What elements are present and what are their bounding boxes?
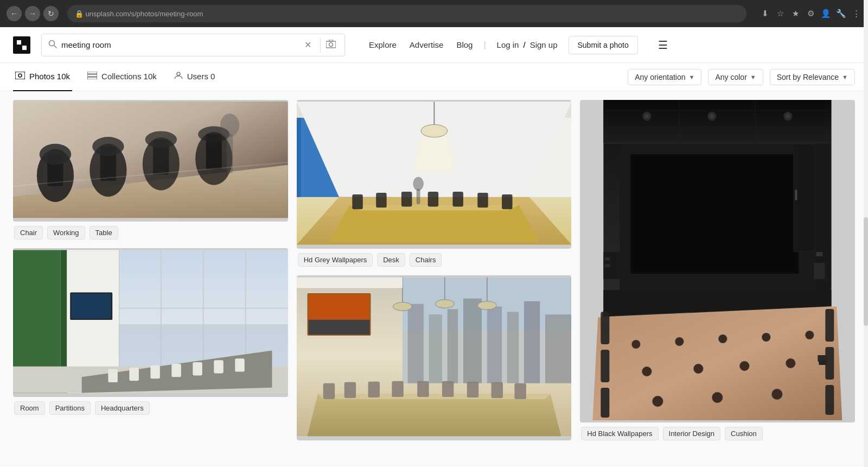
back-button[interactable]: ← xyxy=(7,6,22,21)
sub-nav-filters: Any orientation ▼ Any color ▼ Sort by Re… xyxy=(628,69,855,85)
blog-link[interactable]: Blog xyxy=(456,40,473,49)
submit-photo-button[interactable]: Submit a photo xyxy=(569,36,638,54)
photo-col-2: Hd Grey Wallpapers Desk Chairs xyxy=(297,100,572,445)
header-nav: Explore Advertise Blog xyxy=(369,40,473,49)
logo-graphic xyxy=(17,40,27,50)
bookmark-icon[interactable]: ☆ xyxy=(775,8,786,19)
header-divider: | xyxy=(483,40,486,50)
svg-rect-0 xyxy=(17,40,21,44)
tag-room[interactable]: Room xyxy=(14,401,45,415)
photo-col-3: Hd Black Wallpapers Interior Design Cush… xyxy=(580,100,855,445)
sort-filter[interactable]: Sort by Relevance ▼ xyxy=(770,69,855,85)
orientation-label: Any orientation xyxy=(635,73,685,81)
svg-point-5 xyxy=(329,42,333,46)
browser-controls: ← → ↻ xyxy=(7,6,59,21)
photo-card-chairs[interactable]: Chair Working Table xyxy=(13,100,288,239)
users-tab-label: Users 0 xyxy=(187,72,215,81)
color-chevron: ▼ xyxy=(750,74,756,80)
color-label: Any color xyxy=(715,73,746,81)
signup-link[interactable]: Sign up xyxy=(530,40,558,49)
tab-collections[interactable]: Collections 10k xyxy=(85,63,159,91)
photo-tags-dark-room: Hd Black Wallpapers Interior Design Cush… xyxy=(580,427,855,440)
svg-rect-9 xyxy=(87,72,97,74)
tag-headquarters[interactable]: Headquarters xyxy=(95,401,150,415)
main-content: Chair Working Table xyxy=(0,91,868,466)
svg-point-8 xyxy=(18,74,22,77)
tag-interior-design[interactable]: Interior Design xyxy=(663,427,721,440)
tag-hd-black[interactable]: Hd Black Wallpapers xyxy=(581,427,658,440)
auth-separator: / xyxy=(523,40,525,49)
hamburger-menu[interactable]: ☰ xyxy=(653,35,673,55)
svg-rect-6 xyxy=(329,40,333,41)
extension-icon[interactable]: 🔧 xyxy=(835,8,846,19)
app-header: ✕ Explore Advertise Blog | Log in / Sign… xyxy=(0,27,868,63)
svg-rect-11 xyxy=(87,77,97,79)
sort-chevron: ▼ xyxy=(842,74,848,80)
scrollbar[interactable] xyxy=(864,0,868,467)
browser-icons: ⬇ ☆ ★ ⚙ 👤 🔧 ⋮ xyxy=(760,8,861,19)
more-icon[interactable]: ⋮ xyxy=(851,8,861,19)
star-icon[interactable]: ★ xyxy=(790,8,801,19)
advertise-link[interactable]: Advertise xyxy=(410,40,444,49)
orientation-chevron: ▼ xyxy=(689,74,695,80)
color-filter[interactable]: Any color ▼ xyxy=(708,69,763,85)
photo-card-conf1[interactable]: Hd Grey Wallpapers Desk Chairs xyxy=(297,100,572,267)
svg-rect-1 xyxy=(23,46,27,50)
header-auth: Log in / Sign up xyxy=(497,40,558,49)
collections-icon xyxy=(87,72,97,81)
svg-line-3 xyxy=(54,45,57,48)
photo-tags-partitions: Room Partitions Headquarters xyxy=(13,401,288,415)
tag-table[interactable]: Table xyxy=(90,226,118,239)
photo-image-dark-room[interactable] xyxy=(580,100,855,422)
photo-card-dark-room[interactable]: Hd Black Wallpapers Interior Design Cush… xyxy=(580,100,855,440)
photo-image-conf1[interactable] xyxy=(297,100,572,249)
url-text: unsplash.com/s/photos/meeting-room xyxy=(86,10,203,18)
sub-nav-tabs: Photos 10k Collections 10k Users 0 xyxy=(13,63,628,91)
login-link[interactable]: Log in xyxy=(497,40,519,49)
tag-chairs[interactable]: Chairs xyxy=(410,253,442,267)
explore-link[interactable]: Explore xyxy=(369,40,397,49)
search-clear-icon[interactable]: ✕ xyxy=(302,37,314,52)
unsplash-logo[interactable] xyxy=(13,36,30,54)
collections-tab-label: Collections 10k xyxy=(101,72,157,81)
photo-tags-conf1: Hd Grey Wallpapers Desk Chairs xyxy=(297,253,572,267)
photo-col-1: Chair Working Table xyxy=(13,100,288,445)
photo-image-chairs[interactable] xyxy=(13,100,288,222)
photos-icon xyxy=(15,72,25,81)
photo-tags-chairs: Chair Working Table xyxy=(13,226,288,239)
search-container: ✕ xyxy=(41,34,345,56)
tab-users[interactable]: Users 0 xyxy=(172,63,218,91)
camera-search-icon[interactable] xyxy=(320,37,338,53)
svg-point-12 xyxy=(177,72,180,75)
settings-icon[interactable]: ⚙ xyxy=(805,8,816,19)
tag-hd-grey[interactable]: Hd Grey Wallpapers xyxy=(298,253,373,267)
tab-photos[interactable]: Photos 10k xyxy=(13,63,72,91)
sort-label: Sort by Relevance xyxy=(777,73,839,81)
svg-rect-10 xyxy=(87,74,97,77)
photo-image-modern-conf[interactable] xyxy=(297,275,572,440)
forward-button[interactable]: → xyxy=(25,6,40,21)
profile-icon[interactable]: 👤 xyxy=(820,8,831,19)
scrollbar-thumb[interactable] xyxy=(864,217,868,326)
photo-grid: Chair Working Table xyxy=(13,91,855,445)
tag-working[interactable]: Working xyxy=(47,226,85,239)
photo-image-partitions[interactable] xyxy=(13,248,288,397)
search-icon xyxy=(48,40,57,51)
tag-partitions[interactable]: Partitions xyxy=(49,401,91,415)
browser-chrome: ← → ↻ 🔒 unsplash.com/s/photos/meeting-ro… xyxy=(0,0,868,27)
tag-chair[interactable]: Chair xyxy=(14,226,43,239)
tag-cushion[interactable]: Cushion xyxy=(725,427,763,440)
sub-nav: Photos 10k Collections 10k Users 0 xyxy=(0,63,868,91)
address-bar[interactable]: 🔒 unsplash.com/s/photos/meeting-room xyxy=(67,5,746,22)
orientation-filter[interactable]: Any orientation ▼ xyxy=(628,69,701,85)
photo-card-modern-conf[interactable] xyxy=(297,275,572,445)
svg-rect-7 xyxy=(15,72,25,79)
photo-card-partitions[interactable]: Room Partitions Headquarters xyxy=(13,248,288,415)
search-input[interactable] xyxy=(61,40,298,49)
address-bar-icon: 🔒 xyxy=(75,10,84,18)
tag-desk[interactable]: Desk xyxy=(377,253,405,267)
photos-tab-label: Photos 10k xyxy=(29,72,70,81)
users-icon xyxy=(174,72,183,81)
download-icon[interactable]: ⬇ xyxy=(760,8,770,19)
refresh-button[interactable]: ↻ xyxy=(43,6,59,21)
